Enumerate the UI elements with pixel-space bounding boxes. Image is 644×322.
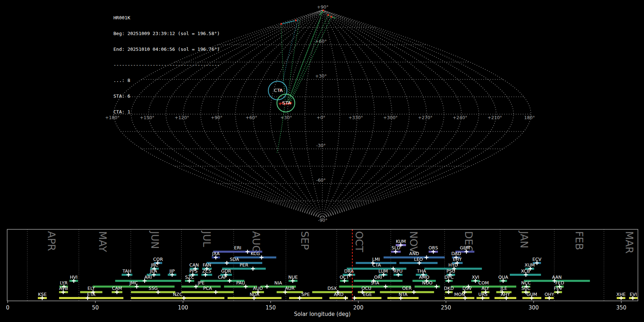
x-tick-label: 250 [441, 304, 451, 311]
shower-label-ecv: ECV [532, 257, 542, 262]
shower-label-aan: AAN [552, 274, 562, 280]
shower-label-sta: STA [371, 280, 380, 286]
shower-label-lmi: LMI [372, 257, 380, 262]
month-label-jul: JUL [201, 230, 213, 247]
shower-label-ari: ARI [145, 274, 152, 280]
shower-label-kum: KUM [396, 239, 406, 244]
shower-label-gem: GEM [460, 245, 470, 250]
shower-label-hyd: HYD [448, 262, 458, 268]
shower-label-evi: EVI [630, 292, 637, 297]
shower-label-nda: NDA [250, 292, 260, 297]
shower-label-ege: EGE [363, 292, 372, 297]
shower-label-tah: TAH [122, 268, 132, 274]
shower-label-rpu: RPU [394, 268, 402, 274]
shower-bar-ssg [131, 291, 175, 293]
shower-label-scc: SCC [521, 286, 531, 291]
shower-label-pau: PAU [236, 280, 245, 286]
shower-label-hvi: HVI [70, 274, 78, 280]
shower-bar-kcg [234, 257, 276, 259]
month-label-feb: FEB [573, 231, 585, 250]
shower-label-xum: XUM [525, 262, 535, 268]
shower-label-fan: FAN [203, 262, 211, 268]
shower-label-jip: JIP [169, 268, 175, 274]
shower-bar-jpe [181, 286, 221, 288]
month-label-may: MAY [97, 231, 108, 252]
shower-bar-eta [59, 297, 123, 299]
x-axis-title: Solar longitude (deg) [294, 311, 351, 317]
shower-bar-jmc [93, 286, 175, 288]
shower-label-psu: PSU [447, 268, 455, 274]
shower-label-leo: LEO [414, 257, 423, 262]
shower-label-cap: CAP [218, 274, 227, 280]
meteor-station-screen: { "header": { "lines": [ "HR001K", "Beg:… [0, 0, 644, 322]
shower-label-zcs: ZCS [202, 268, 211, 274]
shower-label-noo: NOO [422, 280, 433, 286]
shower-label-pca: PCA [203, 286, 212, 291]
shower-label-fed: FED [555, 280, 564, 286]
shower-label-xhe: XHE [616, 292, 626, 297]
shower-label-jpe: JPE [197, 280, 204, 286]
shower-label-cor: COR [153, 257, 163, 262]
x-tick-label: 0 [6, 304, 10, 311]
activity-timeline-chart: APRMAYJUNJULAUGSEPOCTNOVDECJANFEBMARKUME… [0, 0, 644, 322]
shower-bar-ari [115, 280, 181, 282]
shower-label-ehy: EHY [453, 257, 462, 262]
shower-label-com: COM [478, 280, 489, 286]
shower-label-jmc: JMC [129, 280, 138, 286]
shower-label-pps: PPS [189, 268, 197, 274]
shower-label-can: CAN [189, 262, 199, 268]
shower-label-dsx: DSX [327, 286, 337, 291]
shower-label-cam: CAM [112, 286, 122, 291]
shower-label-xvi: XVI [472, 274, 479, 280]
shower-label-ohy: OHY [545, 292, 554, 297]
shower-label-jrc: JRC [151, 262, 158, 268]
x-tick-label: 200 [353, 304, 364, 311]
shower-label-kcg: KCG [251, 251, 260, 256]
shower-bar-pca [181, 291, 234, 293]
shower-label-aur: AUR [285, 286, 295, 291]
shower-label-jle: JLE [500, 286, 507, 291]
x-tick-label: 150 [265, 304, 276, 311]
shower-label-ors: ORS [429, 245, 438, 250]
shower-label-eta: ETA [87, 292, 96, 297]
shower-label-fev: FEV [554, 286, 562, 291]
shower-labels: KUMERISLDORSGEMJXAKCGANDDADCORSDALMILEOE… [38, 239, 637, 297]
shower-label-nta: NTA [399, 292, 408, 297]
shower-bar-pau [224, 286, 257, 288]
month-label-aug: AUG [250, 231, 262, 253]
shower-label-qua: QUA [498, 274, 508, 280]
month-label-apr: APR [45, 231, 57, 251]
month-label-sep: SEP [299, 231, 311, 250]
month-label-oct: OCT [353, 231, 365, 253]
shower-label-spe: SPE [302, 292, 310, 297]
shower-label-jea: JEA [150, 268, 157, 274]
shower-label-aly: ALY [482, 286, 489, 291]
shower-label-kse: KSE [38, 292, 47, 297]
shower-label-dpc: DPC [444, 274, 454, 280]
month-label-mar: MAR [623, 231, 635, 254]
month-labels: APRMAYJUNJULAUGSEPOCTNOVDECJANFEBMAR [45, 230, 635, 254]
shower-label-oer: OER [402, 286, 412, 291]
shower-label-eri: ERI [234, 245, 241, 250]
shower-label-sld: SLD [391, 245, 400, 250]
shower-label-tha: THA [416, 268, 426, 274]
shower-label-per: PER [240, 262, 248, 268]
shower-label-nia: NIA [274, 280, 282, 286]
shower-bar-nzc [131, 297, 224, 299]
x-tick-label: 350 [616, 304, 626, 311]
shower-bar-spe [289, 297, 322, 299]
shower-label-urs: URS [478, 292, 488, 297]
shower-label-ocu: OCU [361, 286, 371, 291]
shower-bar-sta [339, 286, 411, 288]
shower-bar-dsx [312, 291, 352, 293]
shower-label-avb: AVB [59, 286, 68, 291]
month-label-nov: NOV [408, 231, 419, 253]
shower-label-nzc: NZC [173, 292, 182, 297]
x-axis: 050100150200250300350Solar longitude (de… [6, 301, 626, 317]
month-label-jan: JAN [518, 230, 530, 248]
shower-label-gdr: GDR [221, 268, 231, 274]
x-tick-label: 100 [178, 304, 188, 311]
shower-label-gum: GUM [527, 292, 537, 297]
shower-label-dad: DAD [451, 251, 461, 256]
shower-label-lyr: LYR [60, 280, 68, 286]
